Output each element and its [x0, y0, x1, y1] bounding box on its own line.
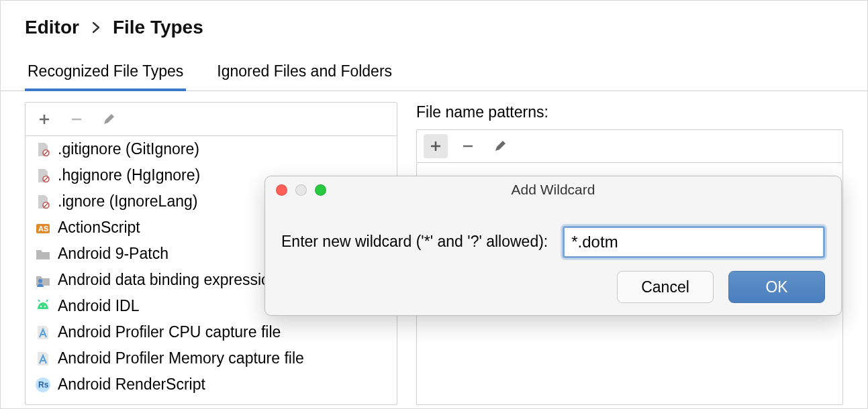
tab-recognized-file-types[interactable]: Recognized File Types: [25, 54, 186, 91]
list-item-label: .ignore (IgnoreLang): [58, 192, 197, 211]
dialog-titlebar: Add Wildcard: [265, 176, 841, 203]
profiler-file-icon: [35, 325, 51, 341]
window-close-button[interactable]: [276, 184, 287, 196]
svg-point-8: [38, 279, 42, 283]
svg-point-12: [44, 305, 46, 306]
list-item-label: Android data binding expression: [58, 271, 279, 289]
list-item[interactable]: Android Profiler CPU capture file: [26, 319, 397, 345]
tabs: Recognized File Types Ignored Files and …: [1, 54, 867, 91]
file-types-toolbar: [26, 103, 397, 136]
actionscript-icon: AS: [35, 220, 51, 236]
ignore-file-icon: [35, 141, 51, 158]
data-binding-icon: [35, 272, 51, 288]
list-item-label: Android Profiler Memory capture file: [58, 349, 304, 367]
remove-file-type-button[interactable]: [64, 107, 89, 131]
pencil-icon: [493, 139, 507, 153]
dialog-title: Add Wildcard: [512, 182, 595, 198]
list-item-label: Android Profiler CPU capture file: [58, 323, 281, 341]
renderscript-icon: Rs: [35, 377, 51, 393]
window-minimize-button[interactable]: [295, 184, 307, 196]
list-item-label: Android 9-Patch: [58, 245, 168, 263]
breadcrumb-current: File Types: [113, 17, 203, 38]
profiler-file-icon: [35, 351, 51, 367]
svg-text:Rs: Rs: [38, 380, 49, 390]
minus-icon: [70, 113, 83, 126]
add-pattern-button[interactable]: [424, 134, 448, 158]
svg-line-10: [46, 300, 48, 302]
window-controls: [276, 184, 326, 196]
edit-pattern-button[interactable]: [488, 134, 512, 158]
window-zoom-button[interactable]: [315, 184, 326, 196]
list-item[interactable]: .gitignore (GitIgnore): [26, 136, 397, 162]
patterns-label: File name patterns:: [416, 102, 843, 129]
list-item-label: .hgignore (HgIgnore): [58, 166, 200, 184]
folder-icon: [35, 246, 51, 262]
android-icon: [35, 298, 51, 314]
breadcrumb-parent[interactable]: Editor: [25, 17, 79, 38]
ignore-file-icon: [35, 194, 51, 210]
cancel-button[interactable]: Cancel: [617, 271, 714, 303]
patterns-toolbar: [416, 129, 843, 163]
ignore-file-icon: [35, 168, 51, 184]
dialog-buttons: Cancel OK: [265, 271, 841, 315]
dialog-body: Enter new wildcard ('*' and '?' allowed)…: [265, 203, 841, 271]
list-item-label: Android RenderScript: [58, 375, 205, 394]
remove-pattern-button[interactable]: [456, 134, 480, 158]
svg-line-9: [38, 300, 40, 302]
edit-file-type-button[interactable]: [97, 107, 121, 131]
list-item-label: .gitignore (GitIgnore): [58, 140, 199, 158]
add-wildcard-dialog: Add Wildcard Enter new wildcard ('*' and…: [264, 176, 842, 316]
ok-button[interactable]: OK: [728, 271, 825, 303]
list-item[interactable]: Android Profiler Memory capture file: [26, 345, 397, 371]
list-item[interactable]: Rs Android RenderScript: [26, 371, 397, 398]
svg-text:AS: AS: [38, 225, 48, 233]
list-item-label: ActionScript: [58, 219, 140, 237]
svg-point-11: [40, 305, 42, 306]
tab-ignored-files-and-folders[interactable]: Ignored Files and Folders: [214, 54, 395, 91]
breadcrumb: Editor File Types: [1, 1, 867, 49]
add-file-type-button[interactable]: [32, 107, 56, 131]
breadcrumb-chevron-icon: [91, 17, 101, 38]
list-item-label: Android IDL: [58, 297, 139, 315]
wildcard-input[interactable]: [563, 226, 825, 258]
plus-icon: [38, 113, 51, 126]
dialog-prompt: Enter new wildcard ('*' and '?' allowed)…: [281, 233, 548, 251]
plus-icon: [429, 139, 442, 153]
minus-icon: [461, 139, 475, 153]
pencil-icon: [102, 113, 115, 126]
